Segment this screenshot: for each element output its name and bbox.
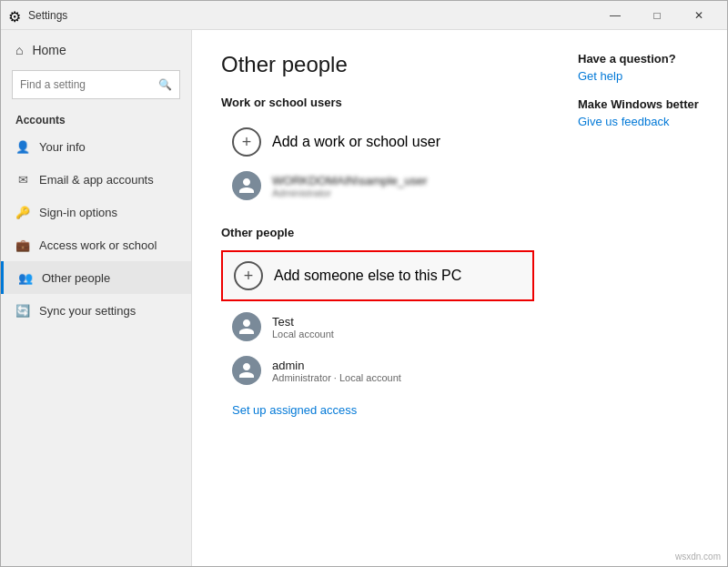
right-panel: Have a question? Get help Make Windows b… — [563, 30, 727, 566]
work-school-user-info: WORKDOMAIN\sample_user Administrator — [272, 174, 427, 198]
sidebar-item-access-work-school[interactable]: 💼 Access work or school — [1, 228, 191, 261]
test-user-sub: Local account — [272, 329, 334, 339]
home-icon: ⌂ — [15, 43, 23, 57]
home-label: Home — [32, 43, 66, 57]
minimize-button[interactable]: — — [594, 1, 636, 30]
other-people-section-title: Other people — [221, 226, 534, 239]
email-icon: ✉ — [15, 173, 30, 187]
search-box[interactable]: 🔍 — [12, 70, 180, 99]
search-input[interactable] — [20, 78, 158, 91]
sync-icon: 🔄 — [15, 304, 30, 318]
page-title: Other people — [221, 52, 534, 77]
settings-window-icon: ⚙ — [8, 8, 23, 23]
sidebar-item-sync-settings[interactable]: 🔄 Sync your settings — [1, 294, 191, 327]
title-bar: ⚙ Settings — □ ✕ — [1, 1, 727, 30]
add-plus-icon: + — [232, 127, 261, 157]
sidebar-item-other-people[interactable]: 👥 Other people — [1, 261, 191, 294]
test-user-name: Test — [272, 315, 334, 329]
add-someone-label: Add someone else to this PC — [274, 268, 461, 284]
user-avatar — [232, 171, 261, 200]
admin-user-row[interactable]: admin Administrator · Local account — [221, 349, 534, 392]
main-content: Other people Work or school users + Add … — [192, 30, 563, 566]
window-controls: — □ ✕ — [594, 1, 720, 30]
sidebar-item-label: Email & app accounts — [39, 173, 154, 187]
give-feedback-link[interactable]: Give us feedback — [578, 115, 713, 128]
set-up-assigned-access-link[interactable]: Set up assigned access — [232, 403, 357, 417]
person-icon: 👤 — [15, 140, 30, 154]
admin-user-avatar — [232, 356, 261, 385]
sidebar-home[interactable]: ⌂ Home — [1, 34, 191, 66]
right-panel-question: Have a question? — [578, 52, 713, 66]
maximize-button[interactable]: □ — [636, 1, 678, 30]
briefcase-icon: 💼 — [15, 238, 30, 252]
sidebar-item-email-app-accounts[interactable]: ✉ Email & app accounts — [1, 163, 191, 196]
sidebar-item-label: Sync your settings — [39, 304, 136, 318]
watermark: wsxdn.com — [675, 552, 721, 562]
sidebar-item-label: Sign-in options — [39, 206, 117, 219]
test-user-row[interactable]: Test Local account — [221, 305, 534, 349]
close-button[interactable]: ✕ — [678, 1, 720, 30]
admin-user-sub: Administrator · Local account — [272, 372, 401, 383]
add-work-school-label: Add a work or school user — [272, 134, 440, 150]
work-school-user-sub: Administrator — [272, 187, 427, 198]
sidebar: ⌂ Home 🔍 Accounts 👤 Your info ✉ Email & … — [1, 30, 192, 566]
add-someone-row[interactable]: + Add someone else to this PC — [221, 250, 534, 301]
people-icon: 👥 — [18, 271, 33, 285]
work-school-section-title: Work or school users — [221, 96, 534, 109]
admin-user-name: admin — [272, 359, 401, 372]
sidebar-item-sign-in-options[interactable]: 🔑 Sign-in options — [1, 196, 191, 228]
add-work-school-user-row[interactable]: + Add a work or school user — [221, 120, 534, 164]
sidebar-item-label: Your info — [39, 140, 86, 154]
sidebar-item-label: Other people — [42, 271, 110, 285]
window-title: Settings — [28, 9, 594, 22]
work-school-user-name: WORKDOMAIN\sample_user — [272, 174, 427, 187]
sidebar-item-your-info[interactable]: 👤 Your info — [1, 130, 191, 163]
sidebar-item-label: Access work or school — [39, 238, 157, 252]
search-icon: 🔍 — [158, 78, 172, 91]
make-windows-better-label: Make Windows better — [578, 97, 713, 111]
key-icon: 🔑 — [15, 206, 30, 219]
add-someone-plus-icon: + — [234, 261, 263, 290]
test-user-info: Test Local account — [272, 315, 334, 339]
admin-user-info: admin Administrator · Local account — [272, 359, 401, 383]
get-help-link[interactable]: Get help — [578, 69, 713, 83]
test-user-avatar — [232, 312, 261, 341]
work-school-user-row: WORKDOMAIN\sample_user Administrator — [221, 164, 534, 208]
sidebar-section-label: Accounts — [1, 106, 191, 130]
